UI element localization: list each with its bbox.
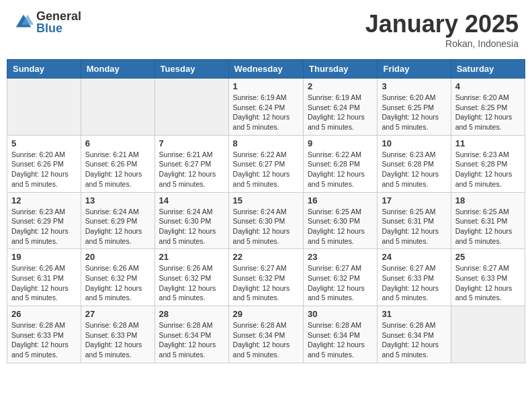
day-number: 7: [159, 138, 224, 148]
day-info: Sunrise: 6:28 AMSunset: 6:33 PMDaylight:…: [11, 320, 77, 360]
calendar-cell: 20Sunrise: 6:26 AMSunset: 6:32 PMDayligh…: [81, 249, 154, 306]
calendar-week-3: 12Sunrise: 6:23 AMSunset: 6:29 PMDayligh…: [7, 192, 525, 249]
calendar-week-5: 26Sunrise: 6:28 AMSunset: 6:33 PMDayligh…: [7, 306, 525, 363]
calendar-cell: 5Sunrise: 6:20 AMSunset: 6:26 PMDaylight…: [7, 135, 81, 192]
day-info: Sunrise: 6:23 AMSunset: 6:28 PMDaylight:…: [382, 150, 446, 189]
calendar-cell: 27Sunrise: 6:28 AMSunset: 6:33 PMDayligh…: [81, 306, 154, 363]
calendar-cell: 19Sunrise: 6:26 AMSunset: 6:31 PMDayligh…: [7, 249, 81, 306]
calendar-cell: [451, 306, 525, 363]
calendar-cell: 8Sunrise: 6:22 AMSunset: 6:27 PMDaylight…: [228, 135, 303, 192]
calendar-cell: 29Sunrise: 6:28 AMSunset: 6:34 PMDayligh…: [228, 306, 303, 363]
calendar-cell: 28Sunrise: 6:28 AMSunset: 6:34 PMDayligh…: [154, 306, 228, 363]
calendar-cell: 22Sunrise: 6:27 AMSunset: 6:32 PMDayligh…: [228, 249, 303, 306]
day-info: Sunrise: 6:28 AMSunset: 6:34 PMDaylight:…: [233, 320, 299, 360]
title-area: January 2025 Rokan, Indonesia: [365, 10, 519, 49]
day-info: Sunrise: 6:19 AMSunset: 6:24 PMDaylight:…: [308, 93, 373, 132]
calendar-cell: 2Sunrise: 6:19 AMSunset: 6:24 PMDaylight…: [304, 79, 378, 136]
day-number: 1: [233, 81, 299, 91]
calendar-cell: 23Sunrise: 6:27 AMSunset: 6:32 PMDayligh…: [304, 249, 378, 306]
calendar-cell: 14Sunrise: 6:24 AMSunset: 6:30 PMDayligh…: [154, 192, 228, 249]
day-number: 8: [233, 138, 299, 148]
day-number: 12: [11, 195, 77, 205]
logo: General Blue: [13, 10, 81, 34]
calendar-cell: 4Sunrise: 6:20 AMSunset: 6:25 PMDaylight…: [451, 79, 525, 136]
day-number: 23: [308, 252, 373, 262]
weekday-header-saturday: Saturday: [451, 60, 525, 79]
calendar-cell: 6Sunrise: 6:21 AMSunset: 6:26 PMDaylight…: [81, 135, 154, 192]
calendar-cell: 13Sunrise: 6:24 AMSunset: 6:29 PMDayligh…: [81, 192, 154, 249]
calendar-cell: 25Sunrise: 6:27 AMSunset: 6:33 PMDayligh…: [451, 249, 525, 306]
day-number: 28: [159, 309, 224, 319]
day-info: Sunrise: 6:23 AMSunset: 6:28 PMDaylight:…: [455, 150, 521, 189]
logo-blue-text: Blue: [36, 22, 81, 34]
calendar-week-2: 5Sunrise: 6:20 AMSunset: 6:26 PMDaylight…: [7, 135, 525, 192]
weekday-header-thursday: Thursday: [304, 60, 378, 79]
day-number: 3: [382, 81, 446, 91]
weekday-header-monday: Monday: [81, 60, 154, 79]
day-info: Sunrise: 6:21 AMSunset: 6:27 PMDaylight:…: [159, 150, 224, 189]
day-info: Sunrise: 6:28 AMSunset: 6:34 PMDaylight:…: [159, 320, 224, 360]
day-number: 9: [308, 138, 373, 148]
day-number: 4: [455, 81, 521, 91]
day-number: 11: [455, 138, 521, 148]
calendar-week-1: 1Sunrise: 6:19 AMSunset: 6:24 PMDaylight…: [7, 79, 525, 136]
calendar-cell: 1Sunrise: 6:19 AMSunset: 6:24 PMDaylight…: [228, 79, 303, 136]
calendar-cell: 17Sunrise: 6:25 AMSunset: 6:31 PMDayligh…: [378, 192, 451, 249]
day-info: Sunrise: 6:26 AMSunset: 6:31 PMDaylight:…: [11, 263, 77, 303]
calendar-header-row: SundayMondayTuesdayWednesdayThursdayFrid…: [7, 60, 525, 79]
calendar-table: SundayMondayTuesdayWednesdayThursdayFrid…: [7, 59, 525, 363]
day-number: 14: [159, 195, 224, 205]
day-info: Sunrise: 6:20 AMSunset: 6:25 PMDaylight:…: [382, 93, 446, 132]
day-info: Sunrise: 6:28 AMSunset: 6:34 PMDaylight:…: [382, 320, 446, 360]
day-info: Sunrise: 6:24 AMSunset: 6:30 PMDaylight:…: [159, 207, 224, 246]
weekday-header-wednesday: Wednesday: [228, 60, 303, 79]
day-info: Sunrise: 6:26 AMSunset: 6:32 PMDaylight:…: [85, 263, 150, 303]
day-number: 29: [233, 309, 299, 319]
calendar-cell: 3Sunrise: 6:20 AMSunset: 6:25 PMDaylight…: [378, 79, 451, 136]
calendar-cell: [7, 79, 81, 136]
day-number: 13: [85, 195, 150, 205]
calendar-cell: [154, 79, 228, 136]
day-info: Sunrise: 6:26 AMSunset: 6:32 PMDaylight:…: [159, 263, 224, 303]
location: Rokan, Indonesia: [365, 38, 519, 49]
day-number: 10: [382, 138, 446, 148]
day-info: Sunrise: 6:27 AMSunset: 6:33 PMDaylight:…: [382, 263, 446, 303]
weekday-header-sunday: Sunday: [7, 60, 81, 79]
day-info: Sunrise: 6:24 AMSunset: 6:30 PMDaylight:…: [233, 207, 299, 246]
day-info: Sunrise: 6:19 AMSunset: 6:24 PMDaylight:…: [233, 93, 299, 132]
calendar-cell: 31Sunrise: 6:28 AMSunset: 6:34 PMDayligh…: [378, 306, 451, 363]
day-info: Sunrise: 6:25 AMSunset: 6:30 PMDaylight:…: [308, 207, 373, 246]
day-number: 26: [11, 309, 77, 319]
calendar-cell: 30Sunrise: 6:28 AMSunset: 6:34 PMDayligh…: [304, 306, 378, 363]
day-info: Sunrise: 6:21 AMSunset: 6:26 PMDaylight:…: [85, 150, 150, 189]
day-number: 17: [382, 195, 446, 205]
calendar-cell: 18Sunrise: 6:25 AMSunset: 6:31 PMDayligh…: [451, 192, 525, 249]
calendar-cell: 9Sunrise: 6:22 AMSunset: 6:28 PMDaylight…: [304, 135, 378, 192]
day-info: Sunrise: 6:20 AMSunset: 6:26 PMDaylight:…: [11, 150, 77, 189]
day-info: Sunrise: 6:20 AMSunset: 6:25 PMDaylight:…: [455, 93, 521, 132]
day-number: 16: [308, 195, 373, 205]
day-info: Sunrise: 6:25 AMSunset: 6:31 PMDaylight:…: [382, 207, 446, 246]
calendar-cell: 10Sunrise: 6:23 AMSunset: 6:28 PMDayligh…: [378, 135, 451, 192]
calendar-cell: 15Sunrise: 6:24 AMSunset: 6:30 PMDayligh…: [228, 192, 303, 249]
calendar-cell: 26Sunrise: 6:28 AMSunset: 6:33 PMDayligh…: [7, 306, 81, 363]
calendar-cell: 12Sunrise: 6:23 AMSunset: 6:29 PMDayligh…: [7, 192, 81, 249]
weekday-header-friday: Friday: [378, 60, 451, 79]
day-info: Sunrise: 6:23 AMSunset: 6:29 PMDaylight:…: [11, 207, 77, 246]
day-number: 22: [233, 252, 299, 262]
day-info: Sunrise: 6:28 AMSunset: 6:33 PMDaylight:…: [85, 320, 150, 360]
day-info: Sunrise: 6:27 AMSunset: 6:32 PMDaylight:…: [233, 263, 299, 303]
day-info: Sunrise: 6:25 AMSunset: 6:31 PMDaylight:…: [455, 207, 521, 246]
logo-general-text: General: [36, 10, 81, 22]
logo-icon: [13, 12, 34, 32]
day-info: Sunrise: 6:22 AMSunset: 6:28 PMDaylight:…: [308, 150, 373, 189]
day-number: 20: [85, 252, 150, 262]
weekday-header-tuesday: Tuesday: [154, 60, 228, 79]
day-info: Sunrise: 6:27 AMSunset: 6:33 PMDaylight:…: [455, 263, 521, 303]
month-title: January 2025: [365, 10, 519, 38]
calendar-cell: 11Sunrise: 6:23 AMSunset: 6:28 PMDayligh…: [451, 135, 525, 192]
day-number: 2: [308, 81, 373, 91]
day-number: 24: [382, 252, 446, 262]
calendar-cell: 21Sunrise: 6:26 AMSunset: 6:32 PMDayligh…: [154, 249, 228, 306]
day-number: 15: [233, 195, 299, 205]
